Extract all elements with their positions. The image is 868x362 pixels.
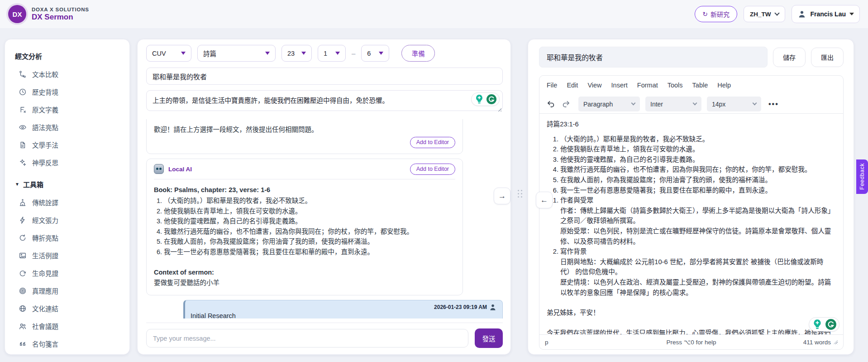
welcome-text: 歡迎！請在上方選擇一段經文，然後提出任何相關問題。 (154, 125, 455, 135)
sidebar-item-label: 歷史背境 (32, 87, 58, 97)
book-select[interactable]: 詩篇 (197, 45, 276, 62)
sidebar-item-turning-point[interactable]: 轉折亮點 (15, 229, 129, 246)
lightbulb-suggestion-icon[interactable] (474, 94, 485, 105)
menu-edit[interactable]: Edit (567, 82, 578, 89)
assistant-welcome-message: 歡迎！請在上方選擇一段經文，然後提出任何相關問題。 Add to Editor (146, 119, 463, 154)
language-selector[interactable]: ZH_TW (744, 6, 786, 22)
lightbulb-suggestion-icon[interactable] (811, 319, 823, 330)
font-family-select[interactable]: Inter (645, 97, 701, 111)
sermon-title-input[interactable] (146, 68, 503, 85)
book-reference-line: Book: Psalms, chapter: 23, verse: 1-6 (154, 185, 455, 195)
section-title-analysis: 經文分析 (15, 51, 129, 61)
sidebar-item-original-words[interactable]: 原文字義 (15, 101, 129, 118)
sidebar-item-label: 真理應用 (32, 286, 58, 295)
sidebar-item-quotes[interactable]: 名句箋言 (15, 335, 129, 352)
chevron-down-icon (631, 101, 636, 106)
font-size-select[interactable]: 14px (707, 97, 761, 111)
sidebar-item-label: 社會議題 (32, 321, 58, 331)
chat-scroll-area[interactable]: 歡迎！請在上方選擇一段經文，然後提出任何相關問題。 Add to Editor … (146, 119, 503, 319)
section-title-toolbox[interactable]: ▼ 工具箱 (15, 179, 129, 189)
sidebar-item-social[interactable]: 社會議題 (15, 317, 129, 335)
menu-table[interactable]: Table (692, 82, 708, 89)
sidebar-item-tradition[interactable]: 傳統詮譯 (15, 193, 129, 211)
menu-file[interactable]: File (547, 82, 557, 89)
menu-tools[interactable]: Tools (668, 82, 683, 89)
export-button[interactable]: 匯出 (811, 48, 844, 67)
editor-verse-list: （大衛的詩。）耶和華是我的牧者，我必不致缺乏。 他使我躺臥在青草地上，領我在可安… (547, 134, 836, 196)
user-menu[interactable]: Francis Lau (792, 5, 860, 23)
person-icon (489, 303, 497, 311)
editor-content[interactable]: 詩篇23:1-6 （大衛的詩。）耶和華是我的牧者，我必不致缺乏。 他使我躺臥在青… (539, 114, 843, 334)
verse-line: 我一生一世必有恩惠慈愛隨著我；我且要住在耶和華的殿中，直到永遠。 (560, 185, 836, 196)
sidebar-item-truth-apply[interactable]: 真理應用 (15, 282, 129, 299)
verse-from-value: 1 (324, 50, 327, 57)
version-select[interactable]: CUV (146, 45, 191, 62)
verse-line: 我一生一世必有恩惠慈愛隨著我；我且要住在耶和華的殿中，直到永遠。 (164, 247, 455, 257)
font-size-value: 14px (712, 101, 725, 108)
verse-line: 我雖然行過死蔭的幽谷，也不怕遭害，因為你與我同在；你的杖，你的竿，都安慰我。 (560, 164, 836, 175)
sidebar-item-label: 生命見證 (32, 268, 58, 278)
sidebar: 經文分析 文本比較 歷史背境 原文字義 語法亮點 文學手法 神學反思 ▼ 工具箱… (5, 39, 130, 355)
verse-line: 我雖然行過死蔭的幽谷，也不怕遭害，因為你與我同在；你的杖，你的竿，都安慰我。 (164, 227, 455, 237)
chat-message-input[interactable] (146, 329, 468, 348)
document-title-input[interactable] (539, 47, 768, 68)
verse-list: （大衛的詩。）耶和華是我的牧者，我必不致缺乏。 他使我躺臥在青草地上，領我在可安… (154, 196, 455, 257)
editor-menubar: File Edit View Insert Format Tools Table… (539, 76, 843, 95)
menu-help[interactable]: Help (717, 82, 731, 89)
verse-line: 他使我的靈魂甦醒，為自己的名引導我走義路。 (560, 154, 836, 165)
sidebar-item-culture[interactable]: 文化連結 (15, 299, 129, 317)
save-button[interactable]: 儲存 (773, 48, 806, 67)
chevron-down-icon (693, 101, 697, 106)
church-icon (19, 198, 27, 207)
sidebar-item-grammar[interactable]: 語法亮點 (15, 118, 129, 136)
redo-button[interactable] (558, 97, 573, 111)
document-icon (19, 141, 27, 149)
undo-button[interactable] (544, 97, 558, 111)
feedback-tab[interactable]: Feedback (856, 159, 868, 194)
rich-text-editor: File Edit View Insert Format Tools Table… (539, 75, 844, 350)
context-body: 要做隻可愛聽話的小羊 (154, 278, 455, 288)
sidebar-item-life-example[interactable]: 生活例證 (15, 246, 129, 264)
menu-insert[interactable]: Insert (611, 82, 628, 89)
sermon-context-input[interactable]: 上主的帶領，是信徒生活中寶貴應許，能使我們在困難壓迫中得自由，免於恐懼。 (146, 90, 503, 111)
research-panel: CUV 詩篇 23 1 – 6 準備 上主的帶領，是信徒生活中寶貴應許，能使我們… (137, 39, 511, 355)
menu-format[interactable]: Format (637, 82, 658, 89)
toolbox-nav-list: 傳統詮譯 經文張力 轉折亮點 生活例證 生命見證 真理應用 文化連結 社會議題 … (15, 193, 129, 352)
prepare-button[interactable]: 準備 (401, 45, 435, 62)
verse-line: 他使我的靈魂甦醒，為自己的名引導我走義路。 (164, 216, 455, 227)
version-value: CUV (152, 50, 166, 57)
collapse-right-panel-button[interactable]: ← (536, 192, 553, 208)
grammarly-icon[interactable] (486, 94, 497, 105)
add-to-editor-button[interactable]: Add to Editor (410, 164, 455, 175)
section-line: 歷史情境：以色列人在政治、經濟及屬靈上受壓迫，對神的保護與帶領產生迫切的盼望。詩… (560, 277, 836, 298)
block-format-select[interactable]: Paragraph (578, 97, 640, 111)
font-family-value: Inter (650, 101, 663, 108)
verse-line: （大衛的詩。）耶和華是我的牧者，我必不致缺乏。 (164, 196, 455, 206)
sidebar-item-testimony[interactable]: 生命見證 (15, 264, 129, 282)
new-research-label: 新研究 (711, 10, 730, 19)
sidebar-item-literary[interactable]: 文學手法 (15, 136, 129, 154)
caret-down-icon (849, 13, 854, 15)
caret-down-icon (335, 52, 340, 55)
chapter-select[interactable]: 23 (281, 45, 312, 62)
sidebar-item-text-compare[interactable]: 文本比較 (15, 65, 129, 83)
verse-to-select[interactable]: 6 (361, 45, 389, 62)
help-shortcut-hint: Press ⌥0 for help (539, 338, 843, 346)
more-tools-button[interactable]: ••• (768, 100, 779, 108)
collapse-middle-panel-button[interactable]: → (494, 188, 510, 204)
add-to-editor-button[interactable]: Add to Editor (410, 137, 455, 148)
new-research-button[interactable]: ↻ 新研究 (695, 6, 737, 22)
context-heading: Context of sermon: (154, 267, 455, 278)
menu-view[interactable]: View (587, 82, 601, 89)
grammarly-icon[interactable] (825, 319, 837, 330)
send-button[interactable]: 發送 (475, 328, 503, 348)
sidebar-item-history[interactable]: 歷史背境 (15, 83, 129, 101)
verse-from-select[interactable]: 1 (318, 45, 346, 62)
chevron-down-icon (753, 101, 757, 106)
font-icon (19, 106, 27, 114)
sidebar-item-theology[interactable]: 神學反思 (15, 154, 129, 171)
panel-drag-handle-dots[interactable] (518, 190, 523, 203)
chevron-down-icon (775, 10, 780, 15)
passage-heading: 詩篇23:1-6 (547, 119, 836, 130)
sidebar-item-tension[interactable]: 經文張力 (15, 211, 129, 229)
